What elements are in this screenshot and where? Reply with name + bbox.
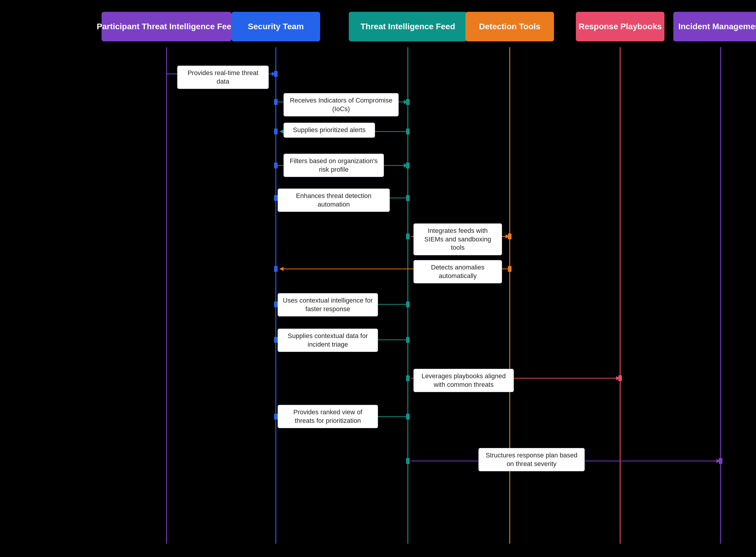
svg-rect-15 xyxy=(274,128,278,135)
svg-rect-8 xyxy=(274,71,278,77)
msg-m9: Supplies contextual data for incident tr… xyxy=(278,329,378,352)
svg-marker-26 xyxy=(506,234,510,238)
svg-rect-12 xyxy=(406,99,410,105)
msg-m7: Detects anomalies automatically xyxy=(413,260,502,283)
svg-marker-18 xyxy=(404,164,408,168)
svg-rect-24 xyxy=(406,195,410,201)
svg-rect-40 xyxy=(406,337,410,343)
svg-rect-20 xyxy=(406,163,410,169)
actor-rp: Response Playbooks xyxy=(576,12,664,41)
svg-marker-30 xyxy=(279,267,284,271)
svg-marker-7 xyxy=(272,72,276,76)
svg-rect-11 xyxy=(274,99,278,105)
msg-m6: Integrates feeds with SIEMs and sandboxi… xyxy=(413,224,502,255)
svg-rect-39 xyxy=(274,337,278,343)
msg-m8: Uses contextual intelligence for faster … xyxy=(278,293,378,317)
svg-rect-31 xyxy=(274,266,278,272)
actor-st: Security Team xyxy=(231,12,320,41)
svg-rect-48 xyxy=(406,414,410,419)
svg-rect-36 xyxy=(406,301,410,307)
svg-rect-35 xyxy=(274,301,278,307)
msg-m3: Supplies prioritized alerts xyxy=(284,123,375,138)
svg-rect-44 xyxy=(619,375,622,381)
svg-rect-19 xyxy=(274,163,278,169)
svg-rect-27 xyxy=(406,233,410,239)
msg-m10: Leverages playbooks aligned with common … xyxy=(413,369,514,392)
msg-m12: Structures response plan based on threat… xyxy=(478,448,585,471)
msg-m1: Provides real-time threat data xyxy=(177,66,269,89)
arrows-svg xyxy=(0,0,756,557)
svg-marker-50 xyxy=(717,459,721,463)
msg-m11: Provides ranked view of threats for prio… xyxy=(278,405,378,428)
msg-m4: Filters based on organization's risk pro… xyxy=(284,154,384,177)
svg-marker-10 xyxy=(404,100,408,104)
svg-rect-23 xyxy=(274,195,278,201)
actor-tif: Threat Intelligence Feed xyxy=(349,12,467,41)
svg-rect-52 xyxy=(719,458,722,464)
svg-rect-51 xyxy=(406,458,410,464)
svg-rect-32 xyxy=(508,266,511,272)
svg-rect-16 xyxy=(406,128,410,135)
msg-m2: Receives Indicators of Compromise (IoCs) xyxy=(284,93,399,116)
svg-marker-42 xyxy=(616,376,620,380)
actor-im: Incident Management xyxy=(673,12,756,41)
msg-m5: Enhances threat detection automation xyxy=(278,188,390,212)
sequence-diagram: Participant Threat Intelligence Feed Sec… xyxy=(0,0,756,557)
svg-rect-28 xyxy=(508,233,511,239)
actor-ptif: Participant Threat Intelligence Feed xyxy=(102,12,231,41)
svg-rect-47 xyxy=(274,414,278,419)
actor-dt: Detection Tools xyxy=(465,12,554,41)
svg-rect-43 xyxy=(406,375,410,381)
svg-marker-14 xyxy=(279,129,284,134)
